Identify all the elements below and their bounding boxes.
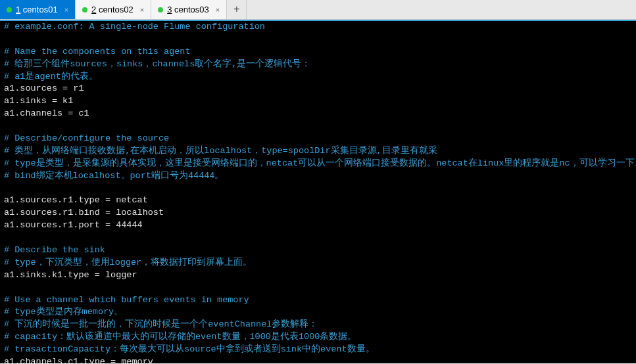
terminal-line: # Name the components on this agent [4,46,632,58]
terminal-line: a1.channels = c1 [4,108,632,120]
terminal-line: a1.sources.r1.port = 44444 [4,219,632,232]
terminal-line: # trasactionCapacity：每次最大可以从source中拿到或者送… [4,344,632,356]
terminal-line: a1.sources.r1.bind = localhost [4,207,632,219]
terminal-line: a1.sinks.k1.type = logger [4,269,632,282]
terminal-line: # example.conf: A single-node Flume conf… [4,21,632,34]
tab-bar: 1 centos01 × 2 centos02 × 3 centos03 × + [0,0,636,20]
terminal-line: # capacity：默认该通道中最大的可以存储的event数量，1000是代表… [4,331,632,344]
terminal-line [4,34,632,46]
terminal-line [4,232,632,244]
tab-centos03[interactable]: 3 centos03 × [151,0,227,19]
terminal-line: # Describe/configure the source [4,133,632,145]
close-icon[interactable]: × [216,6,220,14]
terminal-line: # Describe the sink [4,244,632,257]
terminal-line: a1.channels.c1.type = memory [4,356,632,363]
tab-label: 2 centos02 [91,5,134,14]
tab-centos02[interactable]: 2 centos02 × [76,0,151,19]
terminal-line: # type类型是内存memory。 [4,306,632,319]
terminal-line [4,282,632,294]
terminal-output[interactable]: # example.conf: A single-node Flume conf… [0,20,636,363]
terminal-line: # bind绑定本机localhost。port端口号为44444。 [4,170,632,183]
tab-label: 3 centos03 [167,5,209,14]
terminal-line: # type，下沉类型，使用logger，将数据打印到屏幕上面。 [4,257,632,269]
terminal-line: # type是类型，是采集源的具体实现，这里是接受网络端口的，netcat可以从… [4,158,632,170]
status-dot-icon [158,7,163,12]
status-dot-icon [82,7,87,12]
terminal-line [4,120,632,133]
terminal-line: # 给那三个组件sources，sinks，channels取个名字,是一个逻辑… [4,58,632,71]
terminal-line: a1.sources = r1 [4,83,632,95]
tab-centos01[interactable]: 1 centos01 × [0,0,76,19]
terminal-line: a1.sources.r1.type = netcat [4,194,632,207]
close-icon[interactable]: × [64,6,68,14]
terminal-line: # 下沉的时候是一批一批的，下沉的时候是一个个eventChannel参数解释： [4,319,632,331]
tab-label: 1 centos01 [16,5,58,14]
status-dot-icon [7,7,12,12]
terminal-line: # Use a channel which buffers events in … [4,294,632,307]
terminal-line [4,183,632,195]
add-tab-button[interactable]: + [227,0,247,19]
terminal-line: # a1是agent的代表。 [4,71,632,83]
close-icon[interactable]: × [140,6,144,14]
terminal-line: # 类型，从网络端口接收数据,在本机启动，所以localhost，type=sp… [4,145,632,158]
terminal-line: a1.sinks = k1 [4,95,632,108]
